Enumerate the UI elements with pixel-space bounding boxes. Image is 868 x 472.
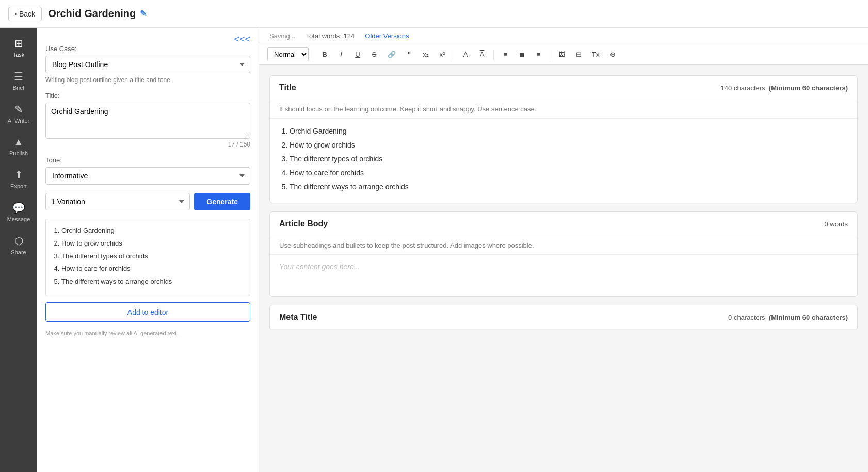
superscript-button[interactable]: x²: [435, 48, 449, 61]
back-label: Back: [19, 10, 35, 18]
use-case-description: Writing blog post outline given a title …: [45, 76, 250, 84]
editor-list-item: Orchid Gardening: [290, 126, 848, 137]
sidebar-item-share[interactable]: ⬡ Share: [0, 230, 37, 261]
page-title: Orchid Gardening ✎: [48, 8, 147, 20]
table-button[interactable]: ⊟: [571, 48, 586, 61]
use-case-label: Use Case:: [45, 45, 250, 53]
sidebar-panel: <<< Use Case: Blog Post Outline Writing …: [37, 28, 259, 472]
nav-ai-label: AI Writer: [8, 118, 30, 124]
title-label: Title:: [45, 92, 250, 100]
article-body-header: Article Body 0 words: [270, 212, 857, 236]
link-button[interactable]: 🔗: [383, 48, 400, 61]
highlight-button[interactable]: A: [475, 48, 489, 61]
task-icon: ⊞: [14, 37, 23, 50]
publish-icon: ▲: [13, 136, 24, 148]
result-item: The different ways to arrange orchids: [61, 276, 244, 287]
tone-label: Tone:: [45, 156, 250, 164]
image-button[interactable]: 🖼: [554, 48, 569, 61]
use-case-select[interactable]: Blog Post Outline: [45, 56, 250, 73]
editor-list-item: How to care for orchids: [290, 168, 848, 178]
clear-format-button[interactable]: Tx: [588, 48, 603, 61]
insert-button[interactable]: ⊕: [605, 48, 620, 61]
editor-topbar: Saving... Total words: 124 Older Version…: [259, 28, 868, 44]
sidebar-header: <<<: [37, 28, 259, 45]
disclaimer-text: Make sure you manually review all AI gen…: [45, 330, 250, 336]
strikethrough-button[interactable]: S: [367, 48, 381, 61]
meta-title-meta: 0 characters (Minimum 60 characters): [728, 314, 848, 321]
article-body-placeholder: Your content goes here...: [279, 263, 360, 271]
editor-list-item: The different ways to arrange orchids: [290, 182, 848, 192]
blockquote-button[interactable]: ": [402, 47, 416, 61]
title-section: Title 140 characters (Minimum 60 charact…: [269, 75, 858, 203]
generate-row: 1 Variation Generate: [45, 193, 250, 210]
result-list: Orchid GardeningHow to grow orchidsThe d…: [52, 225, 244, 287]
topbar: ‹ Back Orchid Gardening ✎: [0, 0, 868, 28]
nav-task-label: Task: [13, 52, 25, 58]
bold-button[interactable]: B: [317, 48, 332, 61]
title-section-header: Title 140 characters (Minimum 60 charact…: [270, 76, 857, 100]
article-body-meta: 0 words: [824, 220, 848, 228]
unordered-list-button[interactable]: ≣: [515, 48, 529, 61]
collapse-button[interactable]: <<<: [234, 34, 250, 45]
italic-button[interactable]: I: [334, 48, 348, 61]
article-body-content[interactable]: Your content goes here...: [270, 255, 857, 296]
generate-button[interactable]: Generate: [194, 193, 250, 210]
saving-text: Saving...: [269, 32, 296, 40]
tone-select[interactable]: Informative: [45, 167, 250, 185]
editor-toolbar: Normal B I U S 🔗 " x₂ x² A A ≡ ≣ ≡ 🖼 ⊟ T…: [259, 44, 868, 65]
back-button[interactable]: ‹ Back: [8, 7, 42, 21]
sidebar-item-publish[interactable]: ▲ Publish: [0, 131, 37, 161]
message-icon: 💬: [12, 202, 25, 214]
left-nav: ⊞ Task ☰ Brief ✎ AI Writer ▲ Publish ⬆ E…: [0, 28, 37, 472]
title-section-hint: It should focus on the learning outcome.…: [270, 100, 857, 119]
underline-button[interactable]: U: [350, 48, 365, 61]
sidebar-item-message[interactable]: 💬 Message: [0, 197, 37, 227]
article-body-section: Article Body 0 words Use subheadings and…: [269, 211, 858, 297]
meta-title-section: Meta Title 0 characters (Minimum 60 char…: [269, 305, 858, 330]
meta-title-header: Meta Title 0 characters (Minimum 60 char…: [270, 305, 857, 330]
variation-select[interactable]: 1 Variation: [45, 193, 190, 210]
title-input[interactable]: Orchid Gardening: [45, 103, 250, 139]
toolbar-separator-4: [550, 50, 550, 60]
add-to-editor-button[interactable]: Add to editor: [45, 302, 250, 322]
sidebar-content: Use Case: Blog Post Outline Writing blog…: [37, 45, 259, 345]
title-section-body[interactable]: Orchid GardeningHow to grow orchidsThe d…: [270, 119, 857, 203]
ordered-list-button[interactable]: ≡: [498, 48, 512, 61]
result-item: Orchid Gardening: [61, 225, 244, 236]
toolbar-separator-2: [454, 50, 454, 60]
older-versions-link[interactable]: Older Versions: [365, 32, 409, 40]
article-body-title: Article Body: [279, 219, 328, 229]
sidebar-item-brief[interactable]: ☰ Brief: [0, 65, 37, 96]
style-select[interactable]: Normal: [267, 47, 309, 61]
result-box: Orchid GardeningHow to grow orchidsThe d…: [45, 219, 250, 296]
sidebar-item-ai-writer[interactable]: ✎ AI Writer: [0, 98, 37, 129]
editor-list-item: The different types of orchids: [290, 154, 848, 165]
editor-sections: Title 140 characters (Minimum 60 charact…: [259, 65, 868, 340]
result-item: The different types of orchids: [61, 251, 244, 262]
result-item: How to grow orchids: [61, 238, 244, 249]
align-button[interactable]: ≡: [531, 48, 545, 61]
nav-export-label: Export: [10, 183, 27, 189]
toolbar-separator: [313, 50, 313, 60]
nav-message-label: Message: [7, 216, 30, 222]
nav-share-label: Share: [11, 249, 26, 255]
article-body-hint: Use subheadings and bullets to keep the …: [270, 236, 857, 255]
result-item: How to care for orchids: [61, 264, 244, 274]
editor-title-list: Orchid GardeningHow to grow orchidsThe d…: [279, 126, 848, 192]
nav-publish-label: Publish: [9, 150, 28, 156]
brief-icon: ☰: [14, 70, 23, 83]
nav-brief-label: Brief: [13, 85, 25, 91]
edit-icon[interactable]: ✎: [140, 9, 147, 19]
editor-area: Saving... Total words: 124 Older Version…: [259, 28, 868, 472]
title-section-title: Title: [279, 83, 296, 92]
font-color-button[interactable]: A: [458, 48, 473, 61]
word-count: Total words: 124: [306, 32, 355, 40]
main-layout: ⊞ Task ☰ Brief ✎ AI Writer ▲ Publish ⬆ E…: [0, 28, 868, 472]
chevron-left-icon: ‹: [15, 10, 17, 18]
toolbar-separator-3: [493, 50, 494, 60]
sidebar-item-export[interactable]: ⬆ Export: [0, 164, 37, 194]
subscript-button[interactable]: x₂: [419, 48, 433, 61]
sidebar-item-task[interactable]: ⊞ Task: [0, 32, 37, 63]
title-section-meta: 140 characters (Minimum 60 characters): [721, 84, 848, 92]
editor-list-item: How to grow orchids: [290, 140, 848, 151]
